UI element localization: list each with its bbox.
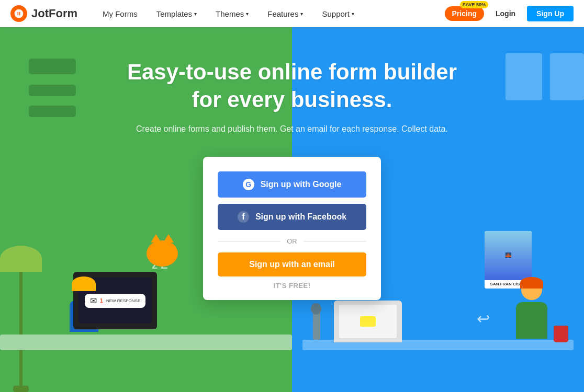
lamp-pole (19, 272, 23, 387)
facebook-icon: f (238, 211, 249, 223)
email-signup-button[interactable]: Sign up with an email (218, 252, 366, 276)
login-button[interactable]: Login (486, 6, 525, 21)
lamp-base (13, 386, 29, 392)
divider-line-left (218, 241, 280, 241)
jotform-svg (14, 8, 24, 19)
logo[interactable]: JotForm (10, 5, 77, 22)
decorative-rect-1 (29, 59, 76, 74)
notification-badge: ✉ 1 NEW RESPONSE (85, 294, 145, 308)
body-right (516, 302, 547, 339)
facebook-signup-button[interactable]: f Sign up with Facebook (218, 204, 366, 230)
decorative-blue-rect-1 (506, 53, 542, 100)
laptop-sticker (360, 316, 376, 327)
nav-templates[interactable]: Templates ▾ (147, 0, 206, 27)
signup-card: G Sign up with Google f Sign up with Fac… (203, 157, 381, 300)
free-text: IT'S FREE! (218, 282, 366, 290)
nav-links: My Forms Templates ▾ Themes ▾ Features ▾… (93, 0, 445, 27)
logo-text: JotForm (31, 7, 77, 20)
chevron-down-icon: ▾ (194, 11, 197, 17)
curved-arrow-icon: ↩ (477, 309, 490, 328)
signup-button[interactable]: Sign Up (527, 6, 574, 21)
nav-right: Pricing SAVE 50% Login Sign Up (445, 6, 574, 21)
postcard-image: 🌉 (485, 231, 532, 280)
coffee-mug-illustration (554, 326, 568, 342)
chevron-down-icon: ▾ (352, 11, 354, 17)
hair-right (520, 277, 543, 289)
cat-illustration (147, 240, 178, 267)
nav-features[interactable]: Features ▾ (258, 0, 312, 27)
nav-support[interactable]: Support ▾ (312, 0, 364, 27)
lamp-shade (0, 246, 42, 272)
logo-icon (10, 5, 27, 22)
google-signup-button[interactable]: G Sign up with Google (218, 171, 366, 198)
nav-themes[interactable]: Themes ▾ (206, 0, 258, 27)
navbar: JotForm My Forms Templates ▾ Themes ▾ Fe… (0, 0, 584, 27)
mic-stand (313, 308, 320, 340)
google-icon: G (243, 179, 254, 190)
decorative-rect-3 (29, 106, 76, 117)
save-badge: SAVE 50% (460, 1, 488, 8)
pricing-button[interactable]: Pricing SAVE 50% (445, 6, 484, 21)
person-right-illustration (511, 277, 553, 340)
or-text: OR (287, 237, 297, 245)
envelope-icon: ✉ (90, 296, 97, 306)
hair-left (72, 276, 96, 291)
desk-left (0, 335, 292, 350)
nav-my-forms[interactable]: My Forms (93, 0, 147, 27)
decorative-blue-rect-2 (550, 53, 584, 100)
laptop-screen (339, 305, 397, 338)
divider-line-right (304, 241, 366, 241)
laptop-illustration (334, 301, 402, 342)
cat-ear-right (163, 234, 174, 243)
cat-ear-left (151, 234, 161, 243)
chevron-down-icon: ▾ (300, 11, 303, 17)
chevron-down-icon: ▾ (246, 11, 249, 17)
mic-head (311, 303, 321, 315)
or-divider: OR (218, 237, 366, 245)
decorative-rect-2 (29, 85, 76, 96)
lamp-illustration (10, 246, 31, 392)
